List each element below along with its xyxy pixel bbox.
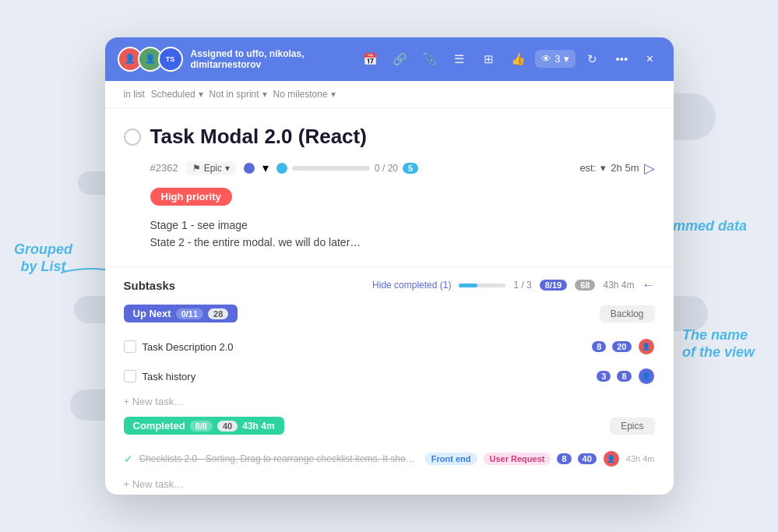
up-next-count-badge: 0/11 bbox=[176, 308, 203, 319]
stat-badge-68: 68 bbox=[575, 280, 595, 291]
group-up-next-header: Up Next 0/11 28 Backlog bbox=[105, 300, 674, 327]
completed-avatar: 👤 bbox=[603, 450, 620, 467]
epic-icon: ⚑ bbox=[192, 163, 201, 174]
subtask-row-desc: Task Description 2.0 8 20 👤 bbox=[105, 332, 674, 361]
task-title-row: Task Modal 2.0 (React) bbox=[124, 124, 655, 150]
stat-badge-819: 8/19 bbox=[540, 280, 567, 291]
breadcrumb-in-list: in list bbox=[124, 89, 145, 100]
progress-badge-5: 5 bbox=[403, 163, 418, 174]
backlog-label[interactable]: Backlog bbox=[600, 305, 655, 322]
calendar-icon-btn[interactable]: 📅 bbox=[357, 47, 382, 72]
modal-header: 👤 👤 TS Assigned to uffo, nikolas, dimita… bbox=[105, 37, 674, 81]
breadcrumb-scheduled[interactable]: Scheduled ▾ bbox=[151, 89, 203, 100]
subtasks-controls: Hide completed (1) 1 / 3 8/19 68 43h 4m … bbox=[372, 278, 654, 292]
chevron-milestone-icon: ▾ bbox=[331, 89, 336, 100]
subtask-badge-3: 3 bbox=[597, 371, 611, 382]
epic-badge[interactable]: ⚑ Epic ▾ bbox=[186, 161, 236, 175]
header-left: 👤 👤 TS Assigned to uffo, nikolas, dimita… bbox=[118, 47, 358, 72]
arrow-left-icon: ← bbox=[642, 278, 655, 292]
subtasks-section: Subtasks Hide completed (1) 1 / 3 8/19 6… bbox=[105, 266, 674, 495]
chevron-epic-icon: ▾ bbox=[225, 163, 230, 174]
subtask-checkbox-history[interactable] bbox=[124, 370, 136, 382]
view-count-btn[interactable]: 👁 3 ▾ bbox=[535, 50, 575, 68]
subtask-row-history: Task history 3 8 👤 bbox=[105, 361, 674, 391]
chevron-color-icon: ▾ bbox=[262, 160, 269, 175]
task-description: Stage 1 - see image State 2 - the entire… bbox=[124, 217, 655, 252]
up-next-num-badge: 28 bbox=[208, 308, 228, 319]
subtask-badge-8b: 8 bbox=[617, 371, 631, 382]
breadcrumb-milestone[interactable]: No milestone ▾ bbox=[273, 89, 336, 100]
subtask-badge-8: 8 bbox=[592, 341, 606, 352]
up-next-label: Up Next 0/11 28 bbox=[124, 305, 238, 322]
check-icon: ✓ bbox=[124, 453, 133, 465]
header-actions: 📅 🔗 📎 ☰ ⊞ 👍 👁 3 ▾ ↻ ••• × bbox=[357, 47, 660, 72]
more-icon-btn[interactable]: ••• bbox=[610, 47, 635, 72]
completed-time: 43h 4m bbox=[626, 454, 655, 463]
subtask-avatar-history: 👤 bbox=[638, 368, 655, 385]
close-button[interactable]: × bbox=[639, 48, 661, 70]
chevron-est-icon: ▾ bbox=[600, 162, 606, 174]
subtasks-title: Subtasks bbox=[124, 279, 373, 292]
attachment-icon-btn[interactable]: 📎 bbox=[417, 47, 442, 72]
breadcrumb: in list Scheduled ▾ Not in sprint ▾ No m… bbox=[105, 81, 674, 108]
refresh-icon-btn[interactable]: ↻ bbox=[580, 47, 605, 72]
subtask-avatar-desc: 👤 bbox=[638, 338, 655, 355]
task-body: Task Modal 2.0 (React) #2362 ⚑ Epic ▾ ▾ bbox=[105, 108, 674, 252]
completed-num-badge: 40 bbox=[217, 421, 238, 432]
assigned-text: Assigned to uffo, nikolas, dimitarnestor… bbox=[191, 48, 358, 70]
progress-label: 0 / 20 bbox=[375, 163, 398, 174]
task-meta-row: #2362 ⚑ Epic ▾ ▾ 0 / 20 5 est: bbox=[124, 160, 655, 177]
tag-frontend[interactable]: Front end bbox=[425, 453, 477, 465]
task-complete-checkbox[interactable] bbox=[124, 129, 141, 146]
subtask-row-checklists: ✓ Checklists 2.0 - Sorting, Drag to rear… bbox=[105, 444, 674, 474]
completed-badge-8: 8 bbox=[557, 453, 571, 464]
subtasks-header: Subtasks Hide completed (1) 1 / 3 8/19 6… bbox=[105, 278, 674, 292]
modal-wrapper: 👤 👤 TS Assigned to uffo, nikolas, dimita… bbox=[105, 37, 674, 495]
list-icon-btn[interactable]: ☰ bbox=[446, 47, 471, 72]
hide-completed-btn[interactable]: Hide completed (1) bbox=[372, 280, 451, 291]
completed-task-name: Checklists 2.0 - Sorting, Drag to rearra… bbox=[139, 453, 419, 464]
color-dot-bright bbox=[276, 163, 287, 174]
progress-bar-bg bbox=[292, 166, 370, 171]
subtask-checkbox-desc[interactable] bbox=[124, 340, 136, 353]
avatar-user-3: TS bbox=[158, 47, 183, 72]
play-button[interactable]: ▷ bbox=[644, 160, 655, 177]
task-title: Task Modal 2.0 (React) bbox=[150, 124, 367, 150]
progress-bar-wrap: 0 / 20 5 bbox=[276, 163, 418, 174]
chevron-down-icon: ▾ bbox=[564, 53, 569, 65]
subtask-name-history: Task history bbox=[143, 371, 591, 382]
link-icon-btn[interactable]: 🔗 bbox=[387, 47, 412, 72]
new-task-completed[interactable]: + New task… bbox=[105, 474, 674, 495]
group-icon-btn[interactable]: ⊞ bbox=[476, 47, 501, 72]
tag-user-request[interactable]: User Request bbox=[484, 453, 551, 465]
subtasks-progress-mini bbox=[459, 284, 505, 287]
completed-count-badge: 8/8 bbox=[190, 421, 213, 432]
completed-badge-40: 40 bbox=[578, 453, 597, 464]
priority-badge[interactable]: High priority bbox=[150, 188, 232, 206]
task-id: #2362 bbox=[150, 162, 178, 174]
subtask-badge-20: 20 bbox=[612, 341, 631, 352]
new-task-up-next[interactable]: + New task… bbox=[105, 391, 674, 412]
subtasks-progress-fill bbox=[459, 284, 477, 287]
breadcrumb-sprint[interactable]: Not in sprint ▾ bbox=[209, 89, 267, 100]
chevron-sprint-icon: ▾ bbox=[262, 89, 267, 100]
chevron-scheduled-icon: ▾ bbox=[199, 89, 203, 100]
eye-icon: 👁 bbox=[541, 53, 551, 65]
avatar-group: 👤 👤 TS bbox=[118, 47, 183, 72]
subtask-name-desc: Task Description 2.0 bbox=[143, 341, 586, 353]
annotation-view-name: The nameof the view bbox=[682, 327, 755, 361]
color-picker-blue[interactable] bbox=[244, 163, 255, 174]
completed-label: Completed 8/8 40 43h 4m bbox=[124, 417, 284, 435]
group-completed-header: Completed 8/8 40 43h 4m Epics bbox=[105, 412, 674, 439]
est-section: est: ▾ 2h 5m ▷ bbox=[579, 160, 654, 177]
task-modal: 👤 👤 TS Assigned to uffo, nikolas, dimita… bbox=[105, 37, 674, 495]
thumbup-icon-btn[interactable]: 👍 bbox=[505, 47, 530, 72]
epics-label[interactable]: Epics bbox=[610, 417, 654, 435]
